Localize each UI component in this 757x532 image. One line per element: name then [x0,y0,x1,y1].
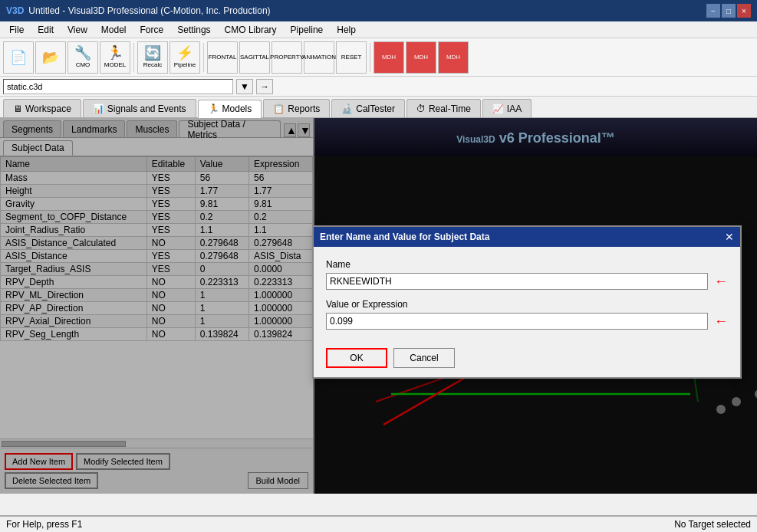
cmo-icon: 🔧 [74,46,91,60]
name-arrow: ← [714,274,728,290]
tab-iaa-label: IAA [507,103,522,114]
subject-data-modal: Enter Name and Value for Subject Data ✕ … [312,225,742,379]
menu-settings[interactable]: Settings [171,23,216,37]
tab-realtime-label: Real-Time [429,103,471,114]
modal-value-label: Value or Expression [326,299,728,310]
sagittal-label: SAGITTAL [240,54,269,61]
iaa-icon: 📈 [492,103,504,114]
caltester-icon: 🔬 [341,103,353,114]
frontal-label: FRONTAL [209,54,237,61]
tab-workspace[interactable]: 🖥 Workspace [3,99,81,117]
signals-icon: 📊 [93,103,104,114]
minimize-button[interactable]: − [706,4,720,18]
toolbar-cmo-label: CMO [76,61,91,68]
modal-body: Name ← Value or Expression ← [314,247,740,342]
tab-models[interactable]: 🏃 Models [198,100,262,118]
modal-name-label: Name [326,259,728,270]
tab-reports-label: Reports [288,103,320,114]
toolbar-frontal-button[interactable]: FRONTAL [207,41,238,74]
toolbar-separator [133,43,134,72]
modal-close-button[interactable]: ✕ [725,231,734,243]
toolbar-mdh3-button[interactable]: MDH [438,41,469,74]
pipeline-icon: ⚡ [176,46,193,60]
tab-caltester-label: CalTester [356,103,395,114]
modal-name-input[interactable] [326,273,708,290]
toolbar-sagittal-button[interactable]: SAGITTAL [239,41,270,74]
tab-caltester[interactable]: 🔬 CalTester [331,99,405,117]
menu-view[interactable]: View [61,23,94,37]
menu-cmo-library[interactable]: CMO Library [219,23,283,37]
tab-signals-events[interactable]: 📊 Signals and Events [83,99,196,117]
open-icon: 📂 [42,51,59,64]
toolbar-reset-button[interactable]: RESET [336,41,367,74]
modal-titlebar: Enter Name and Value for Subject Data ✕ [314,227,740,247]
filepath-go-button[interactable]: → [256,79,273,94]
filepath-input[interactable] [3,79,233,94]
menu-force[interactable]: Force [134,23,170,37]
menu-file[interactable]: File [3,23,30,37]
realtime-icon: ⏱ [416,103,426,114]
filepath-browse-button[interactable]: ▼ [236,79,253,94]
property-label: PROPERTY [270,54,304,61]
mdh3-label: MDH [446,54,460,61]
models-icon: 🏃 [208,103,219,114]
model-icon: 🏃 [107,46,123,60]
titlebar: V3D Untitled - Visual3D Professional (C-… [0,0,757,21]
toolbar-separator3 [370,43,370,72]
modal-ok-button[interactable]: OK [326,348,387,368]
toolbar-property-button[interactable]: PROPERTY [272,41,302,74]
tab-workspace-label: Workspace [25,103,71,114]
toolbar-new-button[interactable]: 📄 [3,41,34,74]
tab-reports[interactable]: 📋 Reports [263,99,330,117]
tab-iaa[interactable]: 📈 IAA [482,99,532,117]
modal-value-input[interactable] [326,313,708,330]
toolbar-model-button[interactable]: 🏃 MODEL [100,41,130,74]
mdh1-label: MDH [382,54,396,61]
new-icon: 📄 [10,51,27,64]
tab-signals-label: Signals and Events [107,103,186,114]
toolbar-animation-button[interactable]: ANIMATION [304,41,334,74]
modal-overlay: Enter Name and Value for Subject Data ✕ … [0,118,757,494]
toolbar-pipeline-button[interactable]: ⚡ Pipeline [170,41,200,74]
main-tabs: 🖥 Workspace 📊 Signals and Events 🏃 Model… [0,97,757,118]
reset-label: RESET [341,54,362,61]
modal-cancel-button[interactable]: Cancel [393,348,455,368]
tab-realtime[interactable]: ⏱ Real-Time [406,99,481,117]
menu-edit[interactable]: Edit [31,23,60,37]
menu-pipeline[interactable]: Pipeline [285,23,330,37]
modal-title: Enter Name and Value for Subject Data [320,232,489,242]
toolbar-open-button[interactable]: 📂 [35,41,66,74]
toolbar-separator2 [203,43,204,72]
menu-help[interactable]: Help [331,23,362,37]
toolbar-mdh1-button[interactable]: MDH [374,41,404,74]
modal-buttons: OK Cancel [314,342,740,377]
app-icon: V3D [6,5,24,16]
statusbar: For Help, press F1 No Target selected [0,515,757,532]
toolbar-recalc-button[interactable]: 🔄 Recalc [137,41,168,74]
close-button[interactable]: × [737,4,751,18]
mdh2-label: MDH [414,54,428,61]
reports-icon: 📋 [273,103,285,114]
maximize-button[interactable]: □ [722,4,736,18]
statusbar-right: No Target selected [674,519,751,530]
toolbar-mdh2-button[interactable]: MDH [406,41,436,74]
statusbar-left: For Help, press F1 [6,519,82,530]
toolbar-model-label: MODEL [104,61,126,68]
toolbar: 📄 📂 🔧 CMO 🏃 MODEL 🔄 Recalc ⚡ Pipeline FR… [0,38,757,77]
value-arrow: ← [714,314,728,330]
menubar: File Edit View Model Force Settings CMO … [0,21,757,38]
menu-model[interactable]: Model [95,23,133,37]
animation-label: ANIMATION [302,54,336,61]
recalc-icon: 🔄 [144,46,161,60]
toolbar-cmo-button[interactable]: 🔧 CMO [67,41,98,74]
toolbar-pipeline-label: Pipeline [174,61,196,68]
titlebar-title: Untitled - Visual3D Professional (C-Moti… [28,5,270,16]
tab-models-label: Models [222,103,252,114]
workspace-icon: 🖥 [13,103,22,114]
toolbar-recalc-label: Recalc [143,61,162,68]
filepath-bar: ▼ → [0,77,757,97]
